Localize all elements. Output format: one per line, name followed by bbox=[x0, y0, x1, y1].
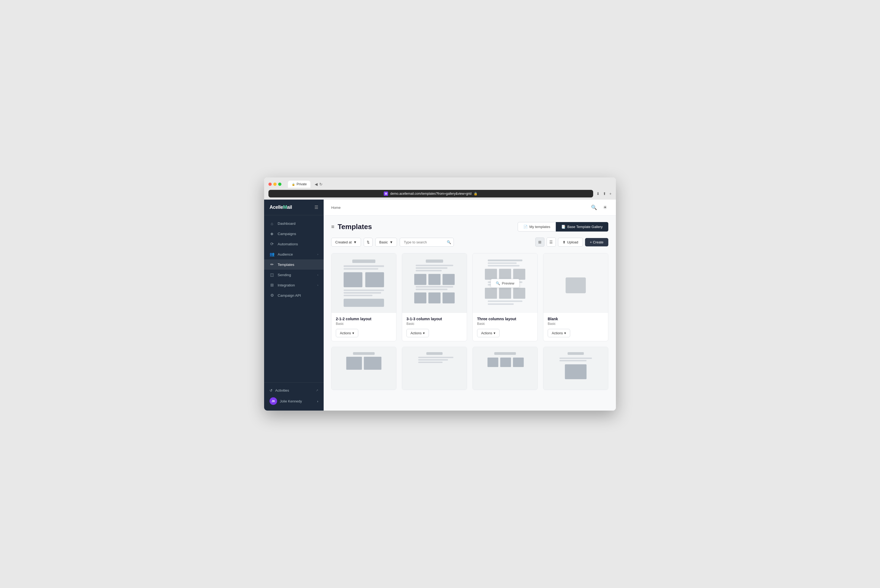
download-icon[interactable]: ⬇ bbox=[596, 192, 600, 196]
sidebar-item-sending[interactable]: ◫ Sending › bbox=[264, 270, 324, 280]
my-templates-label: My templates bbox=[529, 225, 550, 229]
top-actions: 🔍 ☀ bbox=[590, 203, 608, 212]
preview-label-3: Preview bbox=[502, 281, 514, 285]
main-content: Home 🔍 ☀ ≡ Templates 📄 bbox=[324, 200, 616, 411]
sidebar-item-templates[interactable]: ✏ Templates bbox=[264, 260, 324, 270]
share-icon[interactable]: ⬆ bbox=[603, 192, 606, 196]
svg-rect-37 bbox=[364, 357, 381, 370]
actions-button-4[interactable]: Actions ▾ bbox=[548, 329, 570, 337]
card-body-3: Three columns layout Basic Actions ▾ bbox=[473, 313, 538, 341]
maximize-button[interactable] bbox=[278, 183, 281, 186]
tab-icon: 🔒 bbox=[292, 183, 295, 186]
external-link-icon: ↗ bbox=[316, 388, 318, 392]
sidebar-item-automations[interactable]: ⟳ Automations bbox=[264, 239, 324, 249]
template-card-2[interactable]: 3-1-3 column layout Basic Actions ▾ bbox=[402, 253, 467, 341]
sort-order-button[interactable]: ⇅ bbox=[364, 238, 372, 247]
svg-rect-2 bbox=[344, 268, 378, 270]
browser-action-buttons: ⬇ ⬆ + bbox=[596, 192, 611, 196]
sort-by-button[interactable]: Created at ▼ bbox=[331, 238, 361, 247]
actions-button-2[interactable]: Actions ▾ bbox=[407, 329, 429, 337]
refresh-button[interactable]: ↻ bbox=[319, 182, 323, 186]
sidebar-item-label: Audience bbox=[278, 252, 293, 256]
sort-order-icon: ⇅ bbox=[367, 240, 369, 244]
svg-rect-20 bbox=[442, 292, 455, 303]
sidebar-item-dashboard[interactable]: ⌂ Dashboard bbox=[264, 219, 324, 228]
minimize-button[interactable] bbox=[273, 183, 276, 186]
base-gallery-tab[interactable]: 📑 Base Template Gallery bbox=[556, 222, 608, 231]
sidebar-toggle[interactable]: ☰ bbox=[314, 205, 318, 210]
upload-button[interactable]: ⬆ Upload bbox=[558, 238, 583, 247]
browser-tab-bar: 🔒 Private bbox=[288, 181, 310, 188]
sidebar-item-audience[interactable]: 👥 Audience › bbox=[264, 249, 324, 260]
sidebar-item-user[interactable]: JK Jolie Kennedy › bbox=[264, 395, 324, 407]
sidebar-item-campaign-api[interactable]: ⚙ Campaign API bbox=[264, 290, 324, 300]
template-card-3[interactable]: 🔍 Preview Three columns layout Basic Act… bbox=[473, 253, 538, 341]
template-grid-bottom bbox=[331, 347, 608, 390]
sidebar-item-label: Campaign API bbox=[278, 294, 301, 297]
template-card-1[interactable]: 2-1-2 column layout Basic Actions ▾ bbox=[331, 253, 396, 341]
close-button[interactable] bbox=[269, 183, 272, 186]
integration-icon: ⊞ bbox=[270, 283, 275, 288]
chevron-right-icon: › bbox=[317, 273, 318, 276]
card-preview-1 bbox=[332, 254, 396, 313]
partial-card-1[interactable] bbox=[331, 347, 396, 390]
chevron-down-icon: ▾ bbox=[352, 331, 354, 335]
svg-rect-16 bbox=[416, 286, 453, 288]
grid-view-button[interactable]: ⊞ bbox=[535, 237, 544, 247]
svg-rect-36 bbox=[346, 357, 362, 370]
sidebar-item-label: Automations bbox=[278, 242, 298, 246]
chevron-down-icon: ▾ bbox=[423, 331, 425, 335]
partial-preview-2 bbox=[402, 347, 467, 390]
svg-rect-43 bbox=[488, 357, 499, 367]
card-preview-3: 🔍 Preview bbox=[473, 254, 538, 313]
sidebar-item-campaigns[interactable]: ◈ Campaigns bbox=[264, 228, 324, 239]
chevron-down-icon: ▼ bbox=[353, 240, 357, 244]
back-button[interactable]: ◀ bbox=[315, 182, 318, 186]
sidebar-item-label: Dashboard bbox=[278, 222, 296, 226]
preview-button-3[interactable]: 🔍 Preview bbox=[491, 279, 519, 288]
chevron-right-icon: › bbox=[317, 253, 318, 256]
preview-icon-3: 🔍 bbox=[496, 281, 500, 285]
site-icon: M bbox=[384, 192, 388, 196]
partial-card-3[interactable] bbox=[473, 347, 538, 390]
card-body-1: 2-1-2 column layout Basic Actions ▾ bbox=[332, 313, 396, 341]
sidebar-item-activities[interactable]: ↺ Activities ↗ bbox=[264, 386, 324, 395]
new-tab-icon[interactable]: + bbox=[610, 192, 611, 196]
sending-icon: ◫ bbox=[270, 272, 275, 277]
category-filter-button[interactable]: Basic ▼ bbox=[375, 238, 397, 247]
create-button[interactable]: + Create bbox=[585, 238, 608, 246]
templates-icon: ✏ bbox=[270, 262, 275, 267]
actions-button-1[interactable]: Actions ▾ bbox=[336, 329, 358, 337]
my-templates-tab[interactable]: 📄 My templates bbox=[518, 222, 556, 231]
list-view-button[interactable]: ☰ bbox=[547, 237, 556, 247]
search-button[interactable]: 🔍 bbox=[590, 203, 598, 212]
svg-rect-10 bbox=[416, 265, 453, 266]
search-icon: 🔍 bbox=[447, 240, 451, 244]
theme-toggle-button[interactable]: ☀ bbox=[602, 203, 608, 212]
sidebar-footer: ↺ Activities ↗ JK Jolie Kennedy › bbox=[264, 382, 324, 411]
partial-card-2[interactable] bbox=[402, 347, 467, 390]
svg-rect-18 bbox=[414, 292, 426, 303]
svg-rect-6 bbox=[344, 292, 381, 294]
card-category-4: Basic bbox=[548, 322, 604, 326]
card-title-1: 2-1-2 column layout bbox=[336, 317, 392, 321]
address-bar[interactable]: M demo.acellemail.com/templates?from=gal… bbox=[269, 190, 593, 198]
dashboard-icon: ⌂ bbox=[270, 221, 275, 226]
browser-tab[interactable]: 🔒 Private bbox=[288, 181, 310, 188]
audience-icon: 👥 bbox=[270, 252, 275, 256]
upload-label: Upload bbox=[567, 240, 578, 244]
partial-card-4[interactable] bbox=[543, 347, 608, 390]
sidebar-item-integration[interactable]: ⊞ Integration › bbox=[264, 280, 324, 290]
svg-rect-41 bbox=[418, 362, 443, 363]
chevron-right-icon: › bbox=[317, 399, 318, 403]
search-input[interactable] bbox=[400, 238, 454, 247]
svg-rect-7 bbox=[344, 295, 372, 296]
svg-rect-12 bbox=[416, 270, 442, 271]
sidebar-item-label: Sending bbox=[278, 273, 291, 277]
page-title-area: ≡ Templates bbox=[331, 223, 372, 231]
actions-button-3[interactable]: Actions ▾ bbox=[477, 329, 500, 337]
template-card-4[interactable]: Blank Basic Actions ▾ bbox=[543, 253, 608, 341]
svg-rect-48 bbox=[560, 360, 587, 362]
svg-rect-11 bbox=[416, 267, 447, 268]
svg-rect-39 bbox=[418, 357, 454, 358]
